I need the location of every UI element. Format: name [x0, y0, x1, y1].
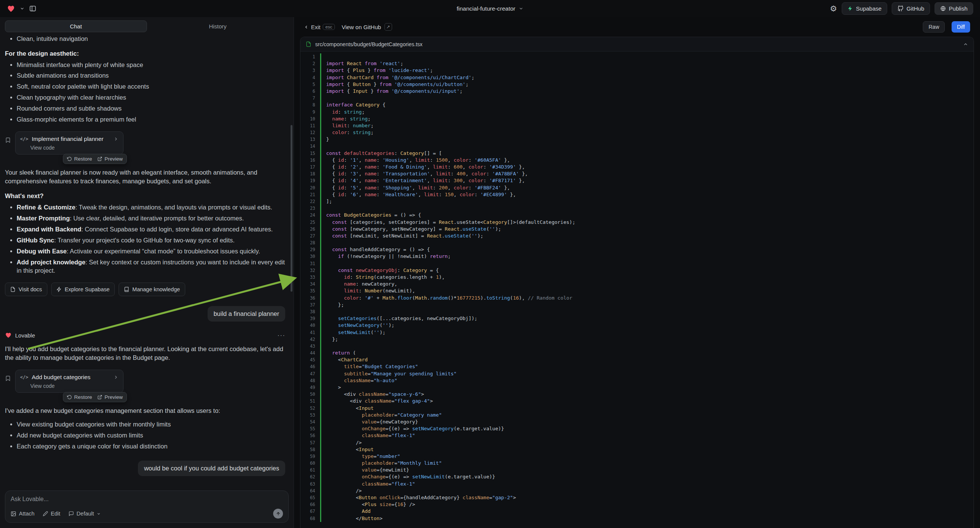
code-line: 7 [301, 95, 974, 102]
edit-label: Edit [51, 511, 60, 517]
supabase-button[interactable]: Supabase [842, 2, 888, 15]
sidebar-toggle-icon[interactable] [29, 5, 37, 12]
code-change-row: </> Add budget categories View code [5, 370, 285, 393]
list-item: Master Prompting: Use clear, detailed, a… [17, 215, 285, 223]
line-number: 45 [301, 356, 320, 363]
user-message: build a financial planner [208, 306, 285, 321]
settings-gear-icon[interactable]: ⚙ [830, 5, 837, 13]
code-change-card[interactable]: </> Implement financial planner View cod… [15, 132, 124, 154]
assistant-intro: I'll help you add budget categories to t… [5, 345, 285, 362]
prompt-input[interactable] [11, 496, 283, 503]
preview-button[interactable]: Preview [97, 156, 123, 162]
code-text: interface Category { [320, 102, 974, 108]
tab-chat[interactable]: Chat [5, 21, 147, 32]
lovable-heart-logo[interactable] [7, 5, 15, 13]
collapse-file-button[interactable] [963, 42, 968, 47]
exit-button[interactable]: Exit esc [304, 24, 335, 30]
line-number: 51 [301, 398, 320, 404]
code-line: 65 <Button onClick={handleAddCategory} c… [301, 494, 974, 501]
tab-history[interactable]: History [147, 21, 289, 32]
code-change-row: </> Implement financial planner View cod… [5, 132, 285, 154]
code-text: /> [320, 439, 974, 446]
code-icon: </> [20, 375, 29, 380]
code-text: type="number" [320, 453, 974, 460]
code-line: 23 [301, 205, 974, 212]
code-line: 59 type="number" [301, 453, 974, 460]
code-text: title="Budget Categories" [320, 363, 974, 370]
code-text [320, 239, 974, 246]
publish-button[interactable]: Publish [935, 2, 973, 15]
line-number: 1 [301, 53, 320, 60]
line-number: 14 [301, 143, 320, 149]
code-line: 35 limit: Number(newLimit), [301, 288, 974, 294]
project-menu[interactable]: financial-future-creator [457, 5, 523, 12]
chevron-down-icon[interactable] [20, 6, 25, 11]
code-lines[interactable]: 12import React from 'react';3import { Pl… [301, 51, 974, 528]
line-number: 32 [301, 267, 320, 274]
visit-docs-button[interactable]: Visit docs [5, 283, 47, 296]
restore-button[interactable]: Restore [67, 394, 92, 400]
code-line: 8interface Category { [301, 102, 974, 108]
bookmark-icon[interactable] [5, 375, 11, 382]
chat-scroll-area[interactable]: Clean, intuitive navigation For the desi… [0, 33, 294, 487]
line-number: 54 [301, 418, 320, 425]
preview-button[interactable]: Preview [97, 394, 123, 400]
external-link-icon [97, 156, 102, 161]
code-line: 66 <Plus size={16} /> [301, 501, 974, 508]
list-item: GitHub Sync: Transfer your project's cod… [17, 236, 285, 245]
code-text: import ChartCard from '@/components/ui/C… [320, 74, 974, 81]
code-line: 16 { id: '1', name: 'Housing', limit: 15… [301, 157, 974, 164]
edit-button[interactable]: Edit [43, 511, 60, 517]
list-item: Subtle animations and transitions [17, 72, 285, 80]
app-window: financial-future-creator ⚙ Supabase GitH… [0, 0, 980, 528]
view-code-link[interactable]: View code [30, 145, 119, 151]
restore-button[interactable]: Restore [67, 156, 92, 162]
list-item: Each category gets a unique color for vi… [17, 442, 285, 451]
attach-button[interactable]: Attach [11, 511, 35, 517]
code-text: id: String(categories.length + 1), [320, 274, 974, 281]
code-line: 52 <Input [301, 405, 974, 412]
code-text: id: string; [320, 109, 974, 116]
chevron-up-icon [963, 42, 968, 47]
bookmark-icon[interactable] [5, 137, 11, 143]
file-header[interactable]: src/components/budget/BudgetCategories.t… [301, 37, 974, 51]
send-button[interactable] [273, 509, 283, 518]
raw-button[interactable]: Raw [923, 21, 945, 33]
line-number: 7 [301, 95, 320, 102]
code-text: { id: '5', name: 'Shopping', limit: 200,… [320, 184, 974, 191]
code-line: 29 const handleAddCategory = () => { [301, 246, 974, 253]
assistant-header: Lovable ··· [5, 331, 285, 339]
code-line: 64 /> [301, 487, 974, 494]
explore-supabase-button[interactable]: Explore Supabase [51, 283, 115, 296]
code-text: setNewCategory(''); [320, 322, 974, 329]
code-line: 19 { id: '4', name: 'Entertainment', lim… [301, 177, 974, 184]
code-text: className="flex-1" [320, 432, 974, 439]
line-number: 43 [301, 343, 320, 350]
code-text [320, 95, 974, 102]
more-options-icon[interactable]: ··· [277, 331, 285, 339]
chevron-right-icon [113, 375, 119, 380]
diff-button[interactable]: Diff [951, 21, 970, 33]
code-line: 39 setCategories([...categories, newCate… [301, 315, 974, 322]
code-line: 51 <div className="flex gap-4"> [301, 398, 974, 404]
line-number: 37 [301, 302, 320, 308]
manage-knowledge-button[interactable]: Manage knowledge [119, 283, 185, 296]
code-line: 48 className="h-auto" [301, 377, 974, 384]
code-change-card[interactable]: </> Add budget categories View code [15, 370, 124, 393]
line-number: 23 [301, 205, 320, 212]
chat-mode-selector[interactable]: Default [68, 511, 101, 517]
code-line: 25 const [categories, setCategories] = R… [301, 219, 974, 226]
view-on-github-link[interactable]: View on GitHub ↗ [342, 23, 392, 31]
scrollbar-thumb[interactable] [291, 125, 293, 292]
list-item: Add new budget categories with custom li… [17, 431, 285, 440]
line-number: 20 [301, 184, 320, 191]
code-line: 44 return ( [301, 350, 974, 356]
line-number: 41 [301, 329, 320, 336]
view-code-link[interactable]: View code [30, 383, 119, 389]
code-text: placeholder="Monthly limit" [320, 460, 974, 467]
line-number: 63 [301, 481, 320, 487]
code-text: }; [320, 336, 974, 343]
code-line: 13} [301, 136, 974, 143]
github-button[interactable]: GitHub [892, 2, 930, 15]
code-line: 27 const [newLimit, setNewLimit] = React… [301, 232, 974, 239]
